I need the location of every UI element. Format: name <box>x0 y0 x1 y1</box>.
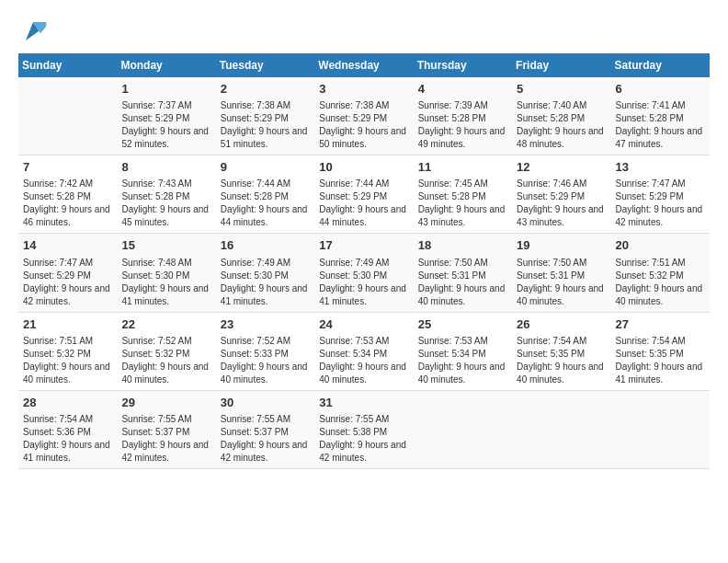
day-info: Sunrise: 7:50 AMSunset: 5:31 PMDaylight:… <box>418 257 507 308</box>
day-cell: 13Sunrise: 7:47 AMSunset: 5:29 PMDayligh… <box>611 155 710 234</box>
day-info: Sunrise: 7:48 AMSunset: 5:30 PMDaylight:… <box>121 257 210 308</box>
day-number: 27 <box>616 316 705 333</box>
day-cell: 10Sunrise: 7:44 AMSunset: 5:29 PMDayligh… <box>314 155 413 234</box>
day-cell <box>414 390 512 468</box>
day-info: Sunrise: 7:47 AMSunset: 5:29 PMDaylight:… <box>23 257 112 308</box>
day-number: 11 <box>418 159 507 176</box>
day-number: 5 <box>517 81 606 98</box>
day-info: Sunrise: 7:52 AMSunset: 5:32 PMDaylight:… <box>121 335 210 386</box>
logo-icon <box>18 18 48 44</box>
day-cell: 1Sunrise: 7:37 AMSunset: 5:29 PMDaylight… <box>117 77 215 155</box>
day-cell: 5Sunrise: 7:40 AMSunset: 5:28 PMDaylight… <box>512 77 610 155</box>
calendar-header: SundayMondayTuesdayWednesdayThursdayFrid… <box>18 53 710 77</box>
day-cell <box>18 77 117 155</box>
week-row-4: 21Sunrise: 7:51 AMSunset: 5:32 PMDayligh… <box>18 312 710 390</box>
day-cell: 7Sunrise: 7:42 AMSunset: 5:28 PMDaylight… <box>18 155 117 234</box>
day-info: Sunrise: 7:43 AMSunset: 5:28 PMDaylight:… <box>121 178 210 229</box>
day-number: 28 <box>23 395 112 411</box>
header-tuesday: Tuesday <box>216 53 314 77</box>
day-number: 2 <box>221 81 310 98</box>
day-cell: 26Sunrise: 7:54 AMSunset: 5:35 PMDayligh… <box>512 312 610 390</box>
day-number: 15 <box>121 237 210 254</box>
day-cell: 25Sunrise: 7:53 AMSunset: 5:34 PMDayligh… <box>414 312 512 390</box>
day-number: 29 <box>121 395 210 411</box>
day-cell: 20Sunrise: 7:51 AMSunset: 5:32 PMDayligh… <box>611 234 710 312</box>
header-monday: Monday <box>117 53 215 77</box>
day-info: Sunrise: 7:38 AMSunset: 5:29 PMDaylight:… <box>319 99 408 151</box>
day-info: Sunrise: 7:54 AMSunset: 5:35 PMDaylight:… <box>616 335 705 386</box>
day-number: 26 <box>517 316 606 333</box>
day-cell: 2Sunrise: 7:38 AMSunset: 5:29 PMDaylight… <box>216 77 314 155</box>
day-number: 18 <box>418 237 507 254</box>
day-cell: 27Sunrise: 7:54 AMSunset: 5:35 PMDayligh… <box>611 312 710 390</box>
day-cell <box>512 390 610 468</box>
day-cell: 22Sunrise: 7:52 AMSunset: 5:32 PMDayligh… <box>117 312 215 390</box>
day-cell: 31Sunrise: 7:55 AMSunset: 5:38 PMDayligh… <box>314 390 413 468</box>
week-row-5: 28Sunrise: 7:54 AMSunset: 5:36 PMDayligh… <box>18 390 710 468</box>
day-info: Sunrise: 7:41 AMSunset: 5:28 PMDaylight:… <box>616 99 705 151</box>
day-cell: 3Sunrise: 7:38 AMSunset: 5:29 PMDaylight… <box>314 77 413 155</box>
day-info: Sunrise: 7:55 AMSunset: 5:37 PMDaylight:… <box>121 413 210 465</box>
day-number: 19 <box>517 237 606 254</box>
day-cell <box>611 390 710 468</box>
day-number: 30 <box>221 395 310 411</box>
day-number: 7 <box>23 159 112 176</box>
day-number: 16 <box>221 237 310 254</box>
day-cell: 21Sunrise: 7:51 AMSunset: 5:32 PMDayligh… <box>18 312 117 390</box>
day-number: 10 <box>319 159 408 176</box>
day-info: Sunrise: 7:44 AMSunset: 5:29 PMDaylight:… <box>319 178 408 229</box>
day-number: 23 <box>221 316 310 333</box>
day-number: 24 <box>319 316 408 333</box>
logo <box>18 18 51 44</box>
day-cell: 17Sunrise: 7:49 AMSunset: 5:30 PMDayligh… <box>314 234 413 312</box>
day-cell: 30Sunrise: 7:55 AMSunset: 5:37 PMDayligh… <box>216 390 314 468</box>
day-number: 3 <box>319 81 408 98</box>
day-number: 22 <box>121 316 210 333</box>
day-info: Sunrise: 7:55 AMSunset: 5:37 PMDaylight:… <box>221 413 310 465</box>
day-number: 8 <box>121 159 210 176</box>
header-saturday: Saturday <box>611 53 710 77</box>
calendar-body: 1Sunrise: 7:37 AMSunset: 5:29 PMDaylight… <box>18 77 710 468</box>
day-cell: 29Sunrise: 7:55 AMSunset: 5:37 PMDayligh… <box>117 390 215 468</box>
day-info: Sunrise: 7:49 AMSunset: 5:30 PMDaylight:… <box>221 257 310 308</box>
day-cell: 11Sunrise: 7:45 AMSunset: 5:28 PMDayligh… <box>414 155 512 234</box>
day-cell: 12Sunrise: 7:46 AMSunset: 5:29 PMDayligh… <box>512 155 610 234</box>
day-info: Sunrise: 7:50 AMSunset: 5:31 PMDaylight:… <box>517 257 606 308</box>
day-number: 17 <box>319 237 408 254</box>
day-info: Sunrise: 7:47 AMSunset: 5:29 PMDaylight:… <box>616 178 705 229</box>
day-cell: 18Sunrise: 7:50 AMSunset: 5:31 PMDayligh… <box>414 234 512 312</box>
week-row-1: 1Sunrise: 7:37 AMSunset: 5:29 PMDaylight… <box>18 77 710 155</box>
day-number: 12 <box>517 159 606 176</box>
week-row-2: 7Sunrise: 7:42 AMSunset: 5:28 PMDaylight… <box>18 155 710 234</box>
day-cell: 23Sunrise: 7:52 AMSunset: 5:33 PMDayligh… <box>216 312 314 390</box>
day-info: Sunrise: 7:37 AMSunset: 5:29 PMDaylight:… <box>121 99 210 151</box>
page-header <box>18 18 710 44</box>
header-wednesday: Wednesday <box>314 53 413 77</box>
day-number: 20 <box>616 237 705 254</box>
header-row: SundayMondayTuesdayWednesdayThursdayFrid… <box>18 53 710 77</box>
day-number: 21 <box>23 316 112 333</box>
day-info: Sunrise: 7:46 AMSunset: 5:29 PMDaylight:… <box>517 178 606 229</box>
day-number: 14 <box>23 237 112 254</box>
day-cell: 9Sunrise: 7:44 AMSunset: 5:28 PMDaylight… <box>216 155 314 234</box>
day-number: 13 <box>616 159 705 176</box>
header-friday: Friday <box>512 53 610 77</box>
day-number: 1 <box>121 81 210 98</box>
header-sunday: Sunday <box>18 53 117 77</box>
day-info: Sunrise: 7:53 AMSunset: 5:34 PMDaylight:… <box>418 335 507 386</box>
day-number: 25 <box>418 316 507 333</box>
day-cell: 6Sunrise: 7:41 AMSunset: 5:28 PMDaylight… <box>611 77 710 155</box>
day-info: Sunrise: 7:44 AMSunset: 5:28 PMDaylight:… <box>221 178 310 229</box>
header-thursday: Thursday <box>414 53 512 77</box>
day-info: Sunrise: 7:49 AMSunset: 5:30 PMDaylight:… <box>319 257 408 308</box>
day-info: Sunrise: 7:39 AMSunset: 5:28 PMDaylight:… <box>418 99 507 151</box>
day-cell: 8Sunrise: 7:43 AMSunset: 5:28 PMDaylight… <box>117 155 215 234</box>
day-cell: 28Sunrise: 7:54 AMSunset: 5:36 PMDayligh… <box>18 390 117 468</box>
week-row-3: 14Sunrise: 7:47 AMSunset: 5:29 PMDayligh… <box>18 234 710 312</box>
day-info: Sunrise: 7:53 AMSunset: 5:34 PMDaylight:… <box>319 335 408 386</box>
day-info: Sunrise: 7:40 AMSunset: 5:28 PMDaylight:… <box>517 99 606 151</box>
day-number: 9 <box>221 159 310 176</box>
day-info: Sunrise: 7:55 AMSunset: 5:38 PMDaylight:… <box>319 413 408 465</box>
day-info: Sunrise: 7:54 AMSunset: 5:36 PMDaylight:… <box>23 413 112 465</box>
day-cell: 19Sunrise: 7:50 AMSunset: 5:31 PMDayligh… <box>512 234 610 312</box>
